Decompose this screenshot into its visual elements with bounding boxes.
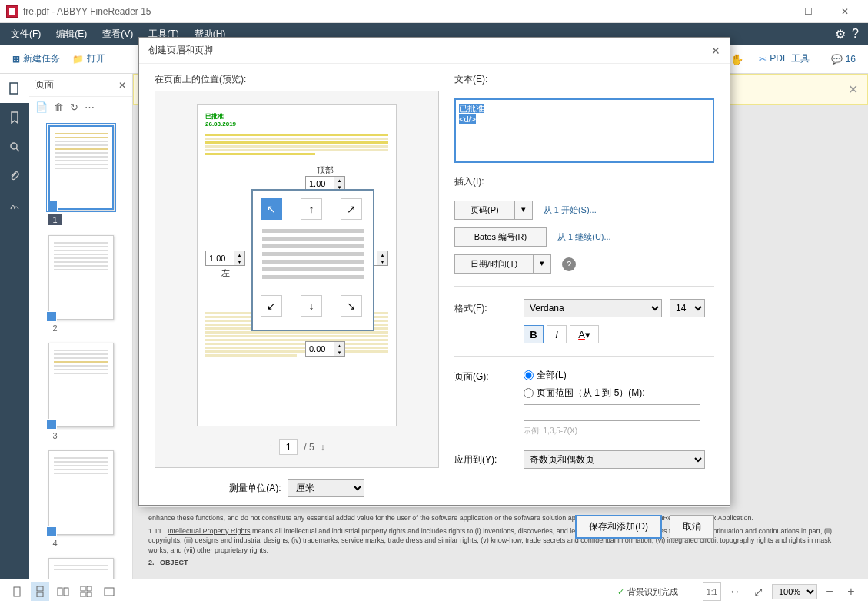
tab-search[interactable] xyxy=(0,132,29,161)
margin-left-spinner[interactable]: ▲▼ xyxy=(205,251,245,266)
close-notification[interactable]: ✕ xyxy=(848,82,858,97)
page-number-3: 3 xyxy=(48,430,114,441)
position-grid: ↖ ↑ ↗ ↙ ↓ ↘ xyxy=(251,189,374,331)
svg-rect-6 xyxy=(58,588,62,596)
insert-bates-button[interactable]: Bates 编号(R) xyxy=(454,227,547,247)
dialog-title: 创建页眉和页脚 xyxy=(148,44,213,57)
position-bottom-center[interactable]: ↓ xyxy=(301,295,322,317)
comment-icon: 💬 xyxy=(831,54,843,65)
tab-attachments[interactable] xyxy=(0,161,29,191)
start-from-link[interactable]: 从 1 开始(S)... xyxy=(544,204,597,216)
open-button[interactable]: 📁 打开 xyxy=(66,49,111,68)
titlebar: fre.pdf - ABBYY FineReader 15 ─ ☐ ✕ xyxy=(0,0,868,23)
delete-page-icon[interactable]: 🗑 xyxy=(54,101,64,113)
pages-all-radio[interactable]: 全部(L) xyxy=(524,369,700,382)
tab-signatures[interactable] xyxy=(0,191,29,220)
fit-page-icon[interactable]: ⤢ xyxy=(749,582,767,601)
rotate-icon[interactable]: ↻ xyxy=(70,101,78,113)
svg-point-1 xyxy=(11,143,17,149)
position-top-right[interactable]: ↗ xyxy=(341,198,362,220)
prev-page-button[interactable]: ↑ xyxy=(268,442,273,453)
menu-edit[interactable]: 编辑(E) xyxy=(48,25,95,44)
page-thumb-4[interactable] xyxy=(48,450,114,535)
page-thumb-5[interactable] xyxy=(48,558,114,579)
page-number-1: 1 xyxy=(48,214,62,225)
page-thumb-3[interactable] xyxy=(48,343,114,427)
svg-rect-5 xyxy=(37,592,43,597)
position-bottom-left[interactable]: ↙ xyxy=(261,295,282,317)
svg-line-2 xyxy=(16,148,19,151)
minimize-button[interactable]: ─ xyxy=(755,1,790,22)
dialog-close-button[interactable]: ✕ xyxy=(711,45,720,57)
pdf-tools-button[interactable]: ✂ PDF 工具 xyxy=(753,49,815,68)
measure-unit-label: 测量单位(A): xyxy=(229,482,281,495)
continue-from-link[interactable]: 从 1 继续(U)... xyxy=(557,231,611,243)
font-family-select[interactable]: Verdana xyxy=(524,299,662,317)
position-bottom-right[interactable]: ↘ xyxy=(341,295,362,317)
more-icon[interactable]: ⋯ xyxy=(85,101,95,113)
new-task-button[interactable]: ⊞ 新建任务 xyxy=(6,49,66,68)
tab-pages[interactable] xyxy=(0,74,29,103)
tab-bookmarks[interactable] xyxy=(0,103,29,132)
comments-button[interactable]: 💬 16 xyxy=(825,51,862,68)
measure-unit-select[interactable]: 厘米 xyxy=(288,479,364,497)
preview-page-nav: ↑ / 5 ↓ xyxy=(268,439,324,455)
text-label: 文本(E): xyxy=(454,73,714,86)
pages-range-input[interactable] xyxy=(524,404,700,421)
fullscreen-icon[interactable] xyxy=(100,582,118,601)
bold-button[interactable]: B xyxy=(524,325,544,343)
menu-file[interactable]: 文件(F) xyxy=(3,25,48,44)
insert-page-number-button[interactable]: 页码(P)▾ xyxy=(454,201,533,220)
italic-button[interactable]: I xyxy=(547,325,567,343)
scissors-icon: ✂ xyxy=(759,54,767,65)
apply-to-select[interactable]: 奇数页和偶数页 xyxy=(524,450,705,469)
close-button[interactable]: ✕ xyxy=(827,1,862,22)
folder-icon: 📁 xyxy=(72,54,84,65)
zoom-select[interactable]: 100% xyxy=(772,584,817,599)
close-pages-panel[interactable]: ✕ xyxy=(118,80,126,91)
page-number-4: 4 xyxy=(48,538,114,549)
page-thumb-2[interactable] xyxy=(48,235,114,320)
font-size-select[interactable]: 14 xyxy=(670,299,705,317)
page-thumb-1[interactable] xyxy=(48,125,114,210)
window-title: fre.pdf - ABBYY FineReader 15 xyxy=(23,6,151,17)
header-footer-dialog: 创建页眉和页脚 ✕ 在页面上的位置(预览): 已批准 26.08.2019 顶部… xyxy=(138,37,730,506)
position-top-center[interactable]: ↑ xyxy=(301,198,322,220)
margin-bottom-spinner[interactable]: ▲▼ xyxy=(305,341,345,357)
save-and-add-button[interactable]: 保存和添加(D) xyxy=(575,515,662,539)
svg-rect-0 xyxy=(10,83,18,94)
hand-tool-icon[interactable]: ✋ xyxy=(730,53,743,65)
two-page-icon[interactable] xyxy=(54,582,72,601)
two-continuous-icon[interactable] xyxy=(77,582,95,601)
zoom-in-button[interactable]: + xyxy=(842,582,860,601)
svg-rect-10 xyxy=(81,592,85,597)
add-page-icon[interactable]: 📄 xyxy=(35,101,48,113)
cancel-button[interactable]: 取消 xyxy=(670,515,714,539)
insert-datetime-button[interactable]: 日期/时间(T)▾ xyxy=(454,254,551,274)
maximize-button[interactable]: ☐ xyxy=(791,1,826,22)
pages-range-radio[interactable]: 页面范围（从 1 到 5）(M): xyxy=(524,387,700,400)
zoom-out-button[interactable]: − xyxy=(820,582,839,601)
actual-size-button[interactable]: 1:1 xyxy=(703,582,721,601)
font-color-button[interactable]: A ▾ xyxy=(570,325,599,343)
datetime-help-icon[interactable]: ? xyxy=(562,257,576,271)
pages-panel: 页面 ✕ 📄 🗑 ↻ ⋯ 1 2 xyxy=(29,74,133,579)
svg-rect-9 xyxy=(87,586,91,591)
bottom-toolbar: ✓ 背景识别完成 1:1 ↔ ⤢ 100% − + xyxy=(0,579,868,604)
fit-width-icon[interactable]: ↔ xyxy=(726,582,744,601)
page-input[interactable] xyxy=(279,439,298,455)
app-icon xyxy=(6,5,18,18)
header-text-input[interactable]: 已批准 <d/> xyxy=(454,98,714,163)
help-icon[interactable]: ? xyxy=(852,27,859,41)
single-page-icon[interactable] xyxy=(8,582,26,601)
settings-icon[interactable]: ⚙ xyxy=(835,27,846,41)
position-top-left[interactable]: ↖ xyxy=(261,198,282,220)
svg-rect-11 xyxy=(87,592,91,597)
page-badge-icon xyxy=(46,419,57,430)
svg-rect-12 xyxy=(105,588,114,596)
pages-label: 页面(G): xyxy=(454,369,516,383)
continuous-icon[interactable] xyxy=(31,582,49,601)
next-page-button[interactable]: ↓ xyxy=(321,442,325,453)
insert-label: 插入(I): xyxy=(454,175,714,188)
menu-view[interactable]: 查看(V) xyxy=(95,25,141,44)
